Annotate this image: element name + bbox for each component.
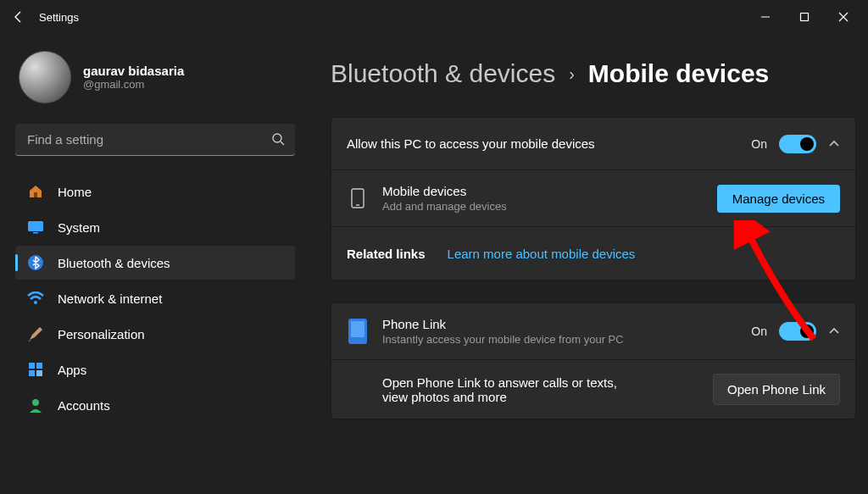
chevron-right-icon: › (569, 64, 575, 84)
row-subtitle: Add and manage devices (382, 200, 704, 213)
related-links-row: Related links Learn more about mobile de… (331, 227, 855, 280)
close-button[interactable] (824, 3, 863, 31)
wifi-icon (27, 290, 44, 307)
bluetooth-icon (27, 254, 44, 271)
sidebar-item-label: Accounts (58, 398, 110, 413)
apps-icon (27, 361, 44, 378)
mobile-devices-card: Allow this PC to access your mobile devi… (331, 117, 856, 280)
svg-rect-5 (28, 221, 43, 231)
row-subtitle: Instantly access your mobile device from… (382, 333, 737, 346)
user-card[interactable]: gaurav bidasaria @gmail.com (15, 51, 295, 103)
sidebar: gaurav bidasaria @gmail.com Home System … (0, 34, 305, 494)
breadcrumb-parent[interactable]: Bluetooth & devices (331, 59, 555, 88)
svg-point-13 (32, 399, 39, 406)
mobile-devices-row: Mobile devices Add and manage devices Ma… (331, 170, 855, 227)
phone-link-card: Phone Link Instantly access your mobile … (331, 303, 856, 419)
allow-access-toggle[interactable] (779, 135, 816, 153)
allow-access-row[interactable]: Allow this PC to access your mobile devi… (331, 118, 855, 170)
phone-link-icon (347, 319, 369, 344)
minimize-button[interactable] (746, 3, 785, 31)
toggle-status: On (751, 137, 767, 151)
row-title: Open Phone Link to answer calls or texts… (382, 375, 637, 404)
sidebar-item-label: Network & internet (58, 291, 162, 306)
user-email: @gmail.com (83, 78, 184, 91)
mobile-icon (347, 188, 369, 208)
page-title: Mobile devices (588, 59, 769, 88)
row-title: Mobile devices (382, 184, 704, 198)
svg-rect-1 (801, 14, 809, 21)
avatar (19, 51, 71, 103)
sidebar-item-label: Home (58, 185, 92, 199)
svg-line-3 (281, 142, 284, 145)
brush-icon (27, 325, 44, 342)
svg-rect-11 (29, 370, 35, 376)
sidebar-item-home[interactable]: Home (15, 175, 295, 208)
phone-link-toggle[interactable] (779, 322, 816, 341)
sidebar-item-label: Personalization (58, 327, 145, 341)
chevron-up-icon[interactable] (828, 325, 840, 337)
maximize-button[interactable] (785, 3, 824, 31)
svg-rect-6 (33, 232, 38, 234)
breadcrumb: Bluetooth & devices › Mobile devices (331, 59, 856, 88)
svg-point-2 (273, 134, 281, 142)
nav: Home System Bluetooth & devices Network … (15, 175, 295, 422)
search-wrap (15, 124, 295, 156)
svg-rect-12 (36, 370, 42, 376)
titlebar: Settings (0, 0, 868, 34)
sidebar-item-label: Bluetooth & devices (58, 256, 170, 270)
toggle-status: On (751, 325, 767, 338)
chevron-up-icon[interactable] (828, 138, 840, 150)
search-icon (271, 132, 285, 146)
svg-rect-4 (34, 192, 37, 197)
svg-rect-9 (29, 363, 35, 369)
search-input[interactable] (15, 124, 295, 156)
person-icon (27, 397, 44, 414)
sidebar-item-network[interactable]: Network & internet (15, 281, 295, 315)
sidebar-item-personalization[interactable]: Personalization (15, 317, 295, 351)
sidebar-item-label: System (58, 220, 100, 235)
window-controls (746, 3, 863, 31)
back-button[interactable] (5, 3, 32, 31)
manage-devices-button[interactable]: Manage devices (717, 185, 840, 213)
row-title: Allow this PC to access your mobile devi… (347, 136, 737, 151)
open-phone-link-button[interactable]: Open Phone Link (713, 374, 840, 405)
sidebar-item-accounts[interactable]: Accounts (15, 388, 295, 422)
sidebar-item-label: Apps (58, 363, 86, 377)
home-icon (27, 183, 44, 200)
main-content: Bluetooth & devices › Mobile devices All… (305, 34, 868, 494)
sidebar-item-system[interactable]: System (15, 210, 295, 244)
svg-rect-10 (36, 363, 42, 369)
related-links-label: Related links (347, 247, 426, 261)
svg-point-8 (34, 301, 37, 304)
window-title: Settings (39, 11, 746, 24)
user-name: gaurav bidasaria (83, 64, 184, 78)
sidebar-item-apps[interactable]: Apps (15, 352, 295, 386)
phone-link-row[interactable]: Phone Link Instantly access your mobile … (331, 303, 855, 360)
system-icon (27, 219, 44, 236)
learn-more-link[interactable]: Learn more about mobile devices (448, 247, 636, 261)
sidebar-item-bluetooth[interactable]: Bluetooth & devices (15, 246, 295, 280)
open-phone-link-row: Open Phone Link to answer calls or texts… (331, 360, 855, 419)
row-title: Phone Link (382, 317, 737, 331)
